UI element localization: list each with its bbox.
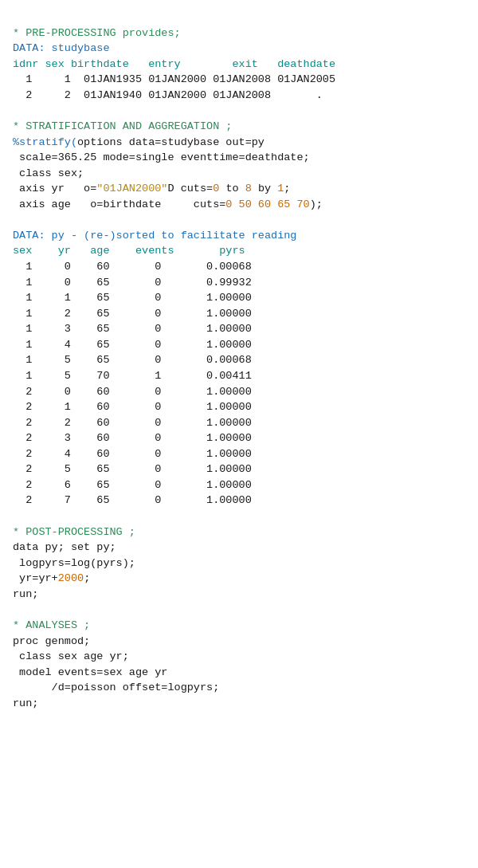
- axis-yr-by: by: [252, 183, 277, 194]
- axis-yr-line: axis yr o=: [13, 183, 96, 194]
- axis-age-line: axis age o=birthdate cuts=: [13, 198, 225, 210]
- class-sex-age-yr: class sex age yr;: [13, 650, 129, 662]
- stratify-call: %stratify(: [13, 136, 77, 148]
- axis-yr-to: to: [219, 183, 245, 194]
- model-options: /d=poisson offset=logpyrs;: [13, 681, 219, 693]
- stratify-class: class sex;: [13, 167, 84, 179]
- code-content: * PRE-PROCESSING provides; DATA: studyba…: [13, 10, 465, 711]
- data-py-header: DATA: py - (re-)sorted to facilitate rea…: [13, 230, 296, 242]
- yr-semi: ;: [84, 572, 90, 584]
- proc-genmod: proc genmod;: [13, 635, 90, 647]
- run-2: run;: [13, 697, 38, 709]
- comment-pre-processing: * PRE-PROCESSING provides;: [13, 27, 181, 39]
- data-statement-1: DATA: studybase: [13, 42, 110, 54]
- comment-post-processing: * POST-PROCESSING ;: [13, 526, 135, 538]
- run-1: run;: [13, 588, 38, 600]
- stratify-options-2: scale=365.25 mode=single eventtime=death…: [13, 151, 310, 163]
- axis-age-paren: );: [310, 198, 323, 210]
- axis-yr-8: 8: [245, 183, 252, 194]
- axis-yr-date: "01JAN2000": [96, 183, 167, 194]
- axis-age-cuts: 0 50 60 65 70: [225, 198, 309, 210]
- axis-yr-rest: D cuts=: [167, 183, 213, 194]
- py-columns: sex yr age events pyrs: [13, 245, 245, 257]
- logpyrs-line: logpyrs=log(pyrs);: [13, 557, 135, 569]
- comment-analyses: * ANALYSES ;: [13, 619, 90, 631]
- stratify-options-1: options data=studybase out=py: [77, 136, 264, 148]
- header-line: idnr sex birthdate entry exit deathdate: [13, 58, 335, 70]
- yr-2000: 2000: [58, 572, 84, 584]
- model-line: model events=sex age yr: [13, 666, 167, 678]
- yr-line: yr=yr+: [13, 572, 58, 584]
- comment-stratification: * STRATIFICATION AND AGGREGATION ;: [13, 120, 232, 132]
- data-py-set: data py; set py;: [13, 541, 116, 553]
- axis-yr-semi: ;: [284, 183, 290, 194]
